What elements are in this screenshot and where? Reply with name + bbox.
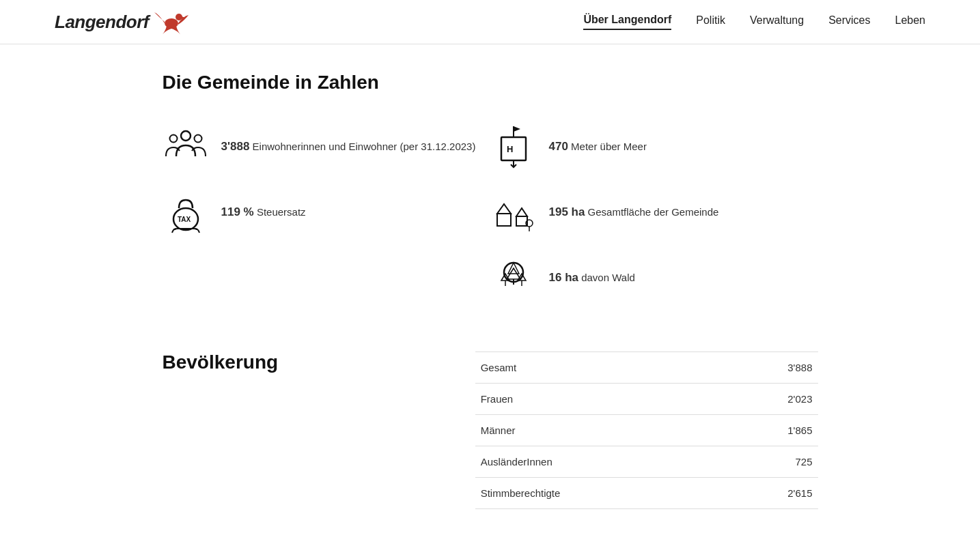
zahlen-wald-value: 16 ha (549, 271, 578, 284)
zahlen-item-area: 195 ha Gesamtfläche der Gemeinde (490, 179, 818, 245)
zahlen-einwohner-text: 3'888 Einwohnerinnen und Einwohner (per … (221, 140, 476, 154)
bev-label-stimmberechtigte: Stimmberechtigte (475, 478, 721, 509)
logo-bird-icon (153, 8, 190, 35)
bev-label-gesamt: Gesamt (475, 352, 721, 384)
svg-marker-13 (497, 204, 511, 214)
svg-text:H: H (507, 144, 513, 154)
svg-text:TAX: TAX (178, 216, 191, 223)
bev-row-frauen: Frauen 2'023 (475, 384, 818, 415)
bev-value-gesamt: 3'888 (721, 352, 818, 384)
main-nav: Über Langendorf Politik Verwaltung Servi… (583, 14, 925, 30)
bev-value-stimmberechtigte: 2'615 (721, 478, 818, 509)
zahlen-steuer-text: 119 % Steuersatz (221, 205, 306, 219)
zahlen-einwohner-value: 3'888 (221, 140, 250, 153)
zahlen-item-altitude: H 470 Meter über Meer (490, 114, 818, 179)
nav-politik[interactable]: Politik (696, 14, 725, 29)
zahlen-title: Die Gemeinde in Zahlen (163, 72, 818, 94)
forest-icon (490, 255, 537, 301)
zahlen-section: Die Gemeinde in Zahlen 3'888 (163, 72, 818, 311)
zahlen-area-desc: Gesamtfläche der Gemeinde (588, 206, 719, 218)
zahlen-altitude-value: 470 (549, 140, 568, 153)
bev-row-auslaender: AusländerInnen 725 (475, 446, 818, 478)
bev-row-maenner: Männer 1'865 (475, 415, 818, 446)
people-icon (163, 124, 209, 170)
bev-label-maenner: Männer (475, 415, 721, 446)
site-header: Langendorf Über Langendorf Politik Verwa… (0, 0, 980, 44)
bev-value-auslaender: 725 (721, 446, 818, 478)
bevoelkerung-section: Bevölkerung Gesamt 3'888 Frauen 2'023 (163, 351, 818, 509)
zahlen-item-wald: 16 ha davon Wald (490, 245, 818, 311)
nav-services[interactable]: Services (828, 14, 870, 29)
zahlen-wald-text: 16 ha davon Wald (549, 271, 635, 285)
nav-leben[interactable]: Leben (895, 14, 926, 29)
bev-label-frauen: Frauen (475, 384, 721, 415)
svg-point-5 (194, 135, 201, 143)
zahlen-einwohner-desc: Einwohnerinnen und Einwohner (per 31.12.… (253, 141, 476, 152)
svg-point-4 (169, 135, 177, 143)
zahlen-area-value: 195 ha (549, 205, 585, 218)
bev-row-stimmberechtigte: Stimmberechtigte 2'615 (475, 478, 818, 509)
svg-rect-12 (497, 214, 511, 226)
zahlen-steuer-desc: Steuersatz (257, 206, 306, 218)
svg-point-1 (176, 14, 182, 20)
area-icon (490, 189, 537, 235)
zahlen-grid: 3'888 Einwohnerinnen und Einwohner (per … (163, 114, 818, 311)
bev-layout: Bevölkerung Gesamt 3'888 Frauen 2'023 (163, 351, 818, 509)
zahlen-item-steuer: TAX 119 % Steuersatz (163, 179, 490, 245)
svg-rect-6 (501, 137, 526, 160)
bev-label-auslaender: AusländerInnen (475, 446, 721, 478)
zahlen-empty-cell (163, 245, 490, 311)
svg-marker-15 (516, 208, 527, 216)
zahlen-area-text: 195 ha Gesamtfläche der Gemeinde (549, 205, 719, 219)
bev-title: Bevölkerung (163, 351, 448, 373)
nav-verwaltung[interactable]: Verwaltung (750, 14, 804, 29)
tax-icon: TAX (163, 189, 209, 235)
bev-value-maenner: 1'865 (721, 415, 818, 446)
bev-title-col: Bevölkerung (163, 351, 448, 394)
main-content: Die Gemeinde in Zahlen 3'888 (149, 44, 832, 546)
logo[interactable]: Langendorf (55, 8, 190, 35)
zahlen-altitude-text: 470 Meter über Meer (549, 140, 647, 154)
logo-text: Langendorf (55, 12, 149, 33)
bev-table: Gesamt 3'888 Frauen 2'023 Männer 1'865 (475, 351, 818, 509)
zahlen-steuer-value: 119 % (221, 205, 254, 218)
bev-row-gesamt: Gesamt 3'888 (475, 352, 818, 384)
zahlen-altitude-desc: Meter über Meer (571, 141, 647, 152)
altitude-icon: H (490, 124, 537, 170)
bev-value-frauen: 2'023 (721, 384, 818, 415)
bev-table-col: Gesamt 3'888 Frauen 2'023 Männer 1'865 (475, 351, 818, 509)
zahlen-item-einwohner: 3'888 Einwohnerinnen und Einwohner (per … (163, 114, 490, 179)
zahlen-wald-desc: davon Wald (581, 272, 635, 283)
nav-ueber-langendorf[interactable]: Über Langendorf (583, 14, 671, 30)
svg-point-3 (181, 131, 191, 141)
